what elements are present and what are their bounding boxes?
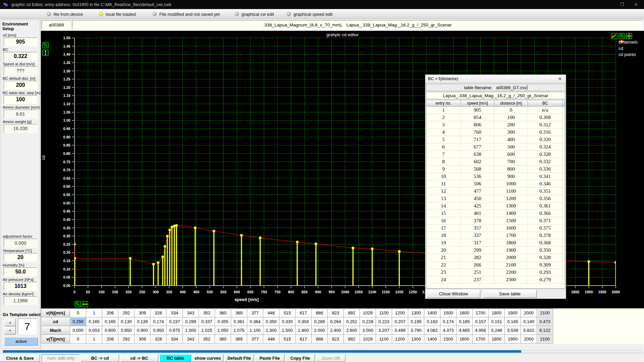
cd-table-cell[interactable]: 0.174 <box>151 317 167 326</box>
env-field-value[interactable]: 200 <box>4 81 37 89</box>
cd-table-cell[interactable]: 0.600 <box>102 326 118 335</box>
cd-table-cell[interactable]: 0.157 <box>473 317 489 326</box>
bc-table-row-11[interactable]: 1150610000.346 <box>426 180 565 188</box>
cd-table-cell[interactable]: 1.000 <box>183 326 199 335</box>
cd-table-cell[interactable]: 2.600 <box>344 326 360 335</box>
cd-table-cell[interactable]: 4.956 <box>473 326 489 335</box>
cd-table-cell[interactable]: 292 <box>118 309 135 317</box>
cd-table-cell[interactable]: 369 <box>231 335 247 344</box>
env-field-value[interactable]: 50.0 <box>4 267 37 276</box>
cd-table-cell[interactable]: 0.207 <box>392 317 408 326</box>
bc-table-header-1[interactable]: speed [m/s] <box>461 100 494 107</box>
cd-table-cell[interactable]: 617 <box>296 335 312 344</box>
cd-table-cell[interactable]: 1900 <box>505 335 521 344</box>
bc-table-row-19[interactable]: 1931718000.368 <box>426 239 565 247</box>
cd-table-cell[interactable]: 0.900 <box>135 326 151 335</box>
cd-table-cell[interactable]: 2100 <box>537 309 553 317</box>
cd-table-cell[interactable]: 0.289 <box>312 317 328 326</box>
cd-table-cell[interactable]: 0.361 <box>231 317 247 326</box>
bullet-name-field[interactable]: Lapua_.338_Lapua_Mag._16,2_g_/_250_gr_Sc… <box>426 92 565 99</box>
dialog-close-icon[interactable]: ✕ <box>556 75 563 82</box>
cd-table-cell[interactable]: 309 <box>135 309 151 317</box>
bc-table-row-17[interactable]: 1735716000.375 <box>426 225 565 232</box>
cd-table-cell[interactable]: 326 <box>151 335 167 344</box>
cartridge-name-field[interactable]: .338_Lapua_Magnum_(8,6_x_70_mm), Lapua_.… <box>72 20 643 29</box>
cd-table-cell[interactable]: 1700 <box>473 335 489 344</box>
cd-table-cell[interactable]: 515 <box>279 335 296 344</box>
cd-table-cell[interactable]: 352 <box>199 335 215 344</box>
cd-table-cell[interactable]: 0.250 <box>70 317 86 326</box>
pan-free-icon[interactable] <box>626 33 632 39</box>
cd-table-cell[interactable]: 3.207 <box>376 326 392 335</box>
env-field-value[interactable]: 16.200 <box>4 124 37 133</box>
gx-up-button[interactable]: ▲ <box>4 318 16 326</box>
cd-table-cell[interactable]: 0.473 <box>537 317 553 326</box>
toolbar-button-cd-bc[interactable]: cd -> BC <box>120 354 158 362</box>
cd-table-cell[interactable]: 0.364 <box>247 317 263 326</box>
cd-table-cell[interactable]: 0.183 <box>424 317 440 326</box>
cd-table-cell[interactable]: 343 <box>183 335 199 344</box>
pan-horizontal-icon[interactable] <box>82 301 88 307</box>
bc-table-row-3[interactable]: 38062000.312 <box>426 121 565 129</box>
toolbar-button-close-save[interactable]: Close & Save <box>0 354 40 362</box>
bc-table-header-0[interactable]: entry no. <box>426 100 461 107</box>
cd-table-cell[interactable]: 0.165 <box>102 317 118 326</box>
cd-table-cell[interactable]: 1.100 <box>247 326 263 335</box>
cd-table-cell[interactable]: 4.665 <box>457 326 473 335</box>
table-id-field[interactable]: a00389 <box>42 20 71 29</box>
cd-table-cell[interactable]: 343 <box>183 309 199 317</box>
wrench-settings-icon[interactable] <box>611 33 618 39</box>
env-field-value[interactable]: 100 <box>4 95 37 104</box>
env-field-value[interactable]: 20 <box>4 253 37 262</box>
cd-table-cell[interactable]: 823 <box>328 335 344 344</box>
bc-table-row-16[interactable]: 1637815000.371 <box>426 217 565 225</box>
gx-down-button[interactable]: ▼ <box>4 326 16 335</box>
cd-table-cell[interactable]: 0.252 <box>344 317 360 326</box>
cd-table-cell[interactable]: 1300 <box>408 335 424 344</box>
cd-table-cell[interactable]: 360 <box>215 309 231 317</box>
save-table-button[interactable]: Save table <box>483 290 537 298</box>
cd-table-cell[interactable]: 1800 <box>489 309 505 317</box>
bc-table-row-2[interactable]: 28541000.308 <box>426 114 565 121</box>
cd-table-cell[interactable]: 3.499 <box>392 326 408 335</box>
cd-table-cell[interactable]: 0.003 <box>86 326 102 335</box>
cd-table-cell[interactable]: 0.165 <box>457 317 473 326</box>
cd-table-cell[interactable]: 1200 <box>392 335 408 344</box>
cd-table-cell[interactable]: 0.355 <box>215 317 231 326</box>
cd-table-cell[interactable]: 0.330 <box>279 317 296 326</box>
cd-table-cell[interactable]: 0 <box>70 335 86 344</box>
cd-table-cell[interactable]: 1.500 <box>279 326 296 335</box>
horizontal-scrollbar[interactable] <box>3 350 641 353</box>
cd-table-cell[interactable]: 1500 <box>440 335 457 344</box>
pan-vertical-icon[interactable] <box>42 50 49 56</box>
bc-table-row-13[interactable]: 1345012000.356 <box>426 195 565 202</box>
cd-table-cell[interactable]: 377 <box>247 309 263 317</box>
bc-table-row-4[interactable]: 47603000.316 <box>426 129 565 136</box>
toolbar-button-copy-file[interactable]: Copy File <box>285 354 315 362</box>
cd-table-cell[interactable]: 1.075 <box>231 326 247 335</box>
env-field-value[interactable]: 1.1988 <box>4 296 37 305</box>
gx-active-button[interactable]: active <box>4 337 38 346</box>
maximize-button[interactable]: ❐ <box>617 1 627 8</box>
cd-table-cell[interactable]: 1 <box>86 309 102 317</box>
toolbar-button-show-curves[interactable]: show curves <box>192 354 223 362</box>
cd-table-cell[interactable]: 446 <box>263 309 279 317</box>
env-field-value[interactable]: 0.322 <box>4 52 37 61</box>
bc-table-row-18[interactable]: 1833717000.378 <box>426 232 565 239</box>
cd-table-cell[interactable]: 0.304 <box>296 317 312 326</box>
cd-table-cell[interactable]: 1600 <box>457 335 473 344</box>
env-field-value[interactable]: 8.61 <box>4 110 37 118</box>
cd-table-cell[interactable]: 1300 <box>408 309 424 317</box>
cd-table-cell[interactable]: 2.000 <box>312 326 328 335</box>
cd-table-cell[interactable]: 1500 <box>440 309 457 317</box>
cd-table-cell[interactable]: 4.082 <box>424 326 440 335</box>
cd-table-cell[interactable]: 0.237 <box>167 317 183 326</box>
cd-table-cell[interactable]: 5.248 <box>489 326 505 335</box>
cd-table-cell[interactable]: 2000 <box>521 335 537 344</box>
dialog-title-bar[interactable]: BC = f(distance) ✕ <box>425 75 566 83</box>
cd-table-cell[interactable]: 5.831 <box>521 326 537 335</box>
scrollbar-thumb[interactable] <box>3 350 521 353</box>
bc-table-row-6[interactable]: 66775000.324 <box>426 143 565 151</box>
cd-table-cell[interactable]: 1100 <box>376 335 392 344</box>
cd-table-cell[interactable]: 5.539 <box>505 326 521 335</box>
